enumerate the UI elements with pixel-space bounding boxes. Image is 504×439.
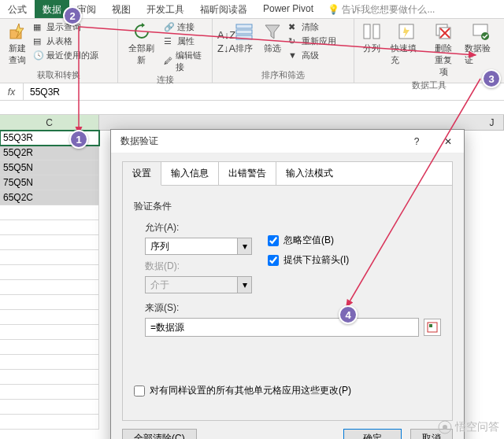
watermark-icon	[438, 420, 452, 434]
sort-icon	[235, 22, 254, 41]
annotation-2: 2	[63, 6, 82, 25]
grid-icon: ▦	[33, 22, 44, 33]
range-picker-icon	[427, 322, 438, 333]
tab-error-alert[interactable]: 出错警告	[219, 162, 276, 185]
refresh-icon	[132, 22, 151, 41]
sort-asc-icon: A↓Z	[217, 29, 228, 40]
database-lightning-icon	[8, 22, 27, 41]
group-get-transform: 获取和转换	[5, 69, 113, 83]
sort-button[interactable]: 排序	[232, 20, 257, 62]
advanced-icon: ▼	[288, 50, 299, 61]
svg-rect-5	[373, 24, 380, 39]
advanced-button[interactable]: ▼高级	[288, 49, 336, 62]
annotation-1: 1	[69, 130, 88, 149]
tell-me[interactable]: 💡 告诉我您想要做什么...	[321, 0, 441, 18]
clear-icon: ✖	[288, 22, 299, 33]
properties-icon: ☰	[164, 36, 175, 47]
allow-input[interactable]	[145, 238, 238, 255]
remove-dup-icon	[434, 22, 453, 41]
editlinks-icon: 🖉	[164, 56, 174, 67]
source-input[interactable]	[145, 318, 419, 337]
col-J[interactable]: J	[480, 115, 504, 130]
cell-empty[interactable]	[0, 205, 99, 220]
edit-links-button[interactable]: 🖉编辑链接	[164, 49, 207, 74]
funnel-icon	[263, 22, 282, 41]
new-query-button[interactable]: 新建 查询	[5, 20, 30, 68]
flash-fill-icon	[397, 22, 416, 41]
from-table-button[interactable]: ▤从表格	[33, 35, 98, 48]
tab-input-message[interactable]: 输入信息	[161, 162, 219, 185]
remove-duplicates-button[interactable]: 删除 重复项	[428, 20, 458, 79]
dialog-tabs: 设置 输入信息 出错警告 输入法模式	[122, 161, 453, 185]
reapply-button[interactable]: ↻重新应用	[288, 35, 336, 48]
validation-icon	[471, 22, 490, 41]
connections-button[interactable]: 🔗连接	[164, 20, 207, 34]
allow-label: 允许(A):	[145, 221, 252, 234]
group-sort-filter: 排序和筛选	[217, 69, 349, 83]
svg-rect-1	[236, 24, 252, 28]
sort-asc-button[interactable]: A↓Z	[217, 28, 228, 41]
flash-fill-button[interactable]: 快速填充	[387, 20, 425, 79]
sort-desc-icon: Z↓A	[217, 42, 228, 53]
data-input	[145, 276, 238, 293]
tab-ime-mode[interactable]: 输入法模式	[276, 162, 343, 185]
group-connections: 连接	[123, 74, 207, 87]
apply-all-checkbox[interactable]: 对有同样设置的所有其他单元格应用这些更改(P)	[134, 384, 441, 397]
chevron-down-icon: ▾	[238, 276, 252, 293]
refresh-all-button[interactable]: 全部刷新	[123, 20, 161, 74]
properties-button[interactable]: ☰属性	[164, 35, 207, 48]
annotation-3: 3	[482, 69, 501, 88]
validation-criteria-label: 验证条件	[134, 200, 441, 213]
tab-view[interactable]: 视图	[104, 0, 139, 18]
dialog-title: 数据验证	[120, 135, 401, 148]
svg-rect-2	[236, 30, 252, 34]
tab-settings[interactable]: 设置	[123, 162, 161, 186]
col-C[interactable]: C	[0, 115, 99, 130]
table-icon: ▤	[33, 36, 44, 47]
data-label: 数据(D):	[145, 260, 252, 273]
column-headers: C J	[0, 115, 504, 131]
tab-powerpivot[interactable]: Power Pivot	[255, 0, 321, 18]
svg-rect-3	[236, 35, 252, 39]
tab-formula[interactable]: 公式	[0, 0, 35, 18]
text-to-columns-button[interactable]: 分列	[359, 20, 384, 79]
clear-all-button[interactable]: 全部清除(C)	[122, 429, 197, 439]
source-label: 来源(S):	[145, 301, 441, 315]
chevron-down-icon[interactable]: ▾	[238, 238, 252, 255]
recent-sources-button[interactable]: 🕓最近使用的源	[33, 49, 98, 62]
tab-foxit[interactable]: 福昕阅读器	[192, 0, 255, 18]
recent-icon: 🕓	[33, 50, 44, 61]
clear-filter-button[interactable]: ✖清除	[288, 20, 336, 34]
data-validation-dialog: 数据验证 ? ✕ 设置 输入信息 出错警告 输入法模式 验证条件 允许(A): …	[110, 129, 465, 439]
filter-button[interactable]: 筛选	[260, 20, 285, 62]
dialog-titlebar[interactable]: 数据验证 ? ✕	[111, 130, 464, 153]
ribbon: 新建 查询 ▦显示查询 ▤从表格 🕓最近使用的源 获取和转换 全部刷新 🔗连接 …	[0, 19, 504, 83]
dialog-help-button[interactable]: ?	[401, 130, 432, 153]
tab-developer[interactable]: 开发工具	[139, 0, 192, 18]
link-icon: 🔗	[164, 22, 175, 33]
sort-desc-button[interactable]: Z↓A	[217, 42, 228, 54]
dropdown-checkbox[interactable]: 提供下拉箭头(I)	[268, 253, 349, 267]
dialog-close-button[interactable]: ✕	[432, 130, 464, 153]
allow-combo[interactable]: ▾	[145, 238, 252, 255]
svg-rect-14	[429, 324, 432, 327]
ok-button[interactable]: 确定	[343, 429, 402, 439]
fx-value[interactable]: 55Q3R	[24, 87, 60, 98]
svg-rect-4	[364, 24, 370, 39]
text-to-col-icon	[362, 22, 381, 41]
cell-c2[interactable]: 55Q2R	[0, 146, 99, 160]
group-data-tools: 数据工具	[359, 79, 499, 93]
cell-c5[interactable]: 65Q2C	[0, 190, 99, 205]
data-combo: ▾	[145, 276, 252, 293]
watermark: 悟空问答	[438, 420, 499, 434]
cell-c4[interactable]: 75Q5N	[0, 175, 99, 190]
ignore-blank-checkbox[interactable]: 忽略空值(B)	[268, 234, 349, 247]
svg-point-19	[443, 425, 447, 430]
cell-c3[interactable]: 55Q5N	[0, 160, 99, 175]
range-picker-button[interactable]	[424, 319, 441, 336]
annotation-4: 4	[339, 305, 358, 324]
fx-label[interactable]: fx	[0, 83, 24, 100]
reapply-icon: ↻	[288, 36, 299, 47]
